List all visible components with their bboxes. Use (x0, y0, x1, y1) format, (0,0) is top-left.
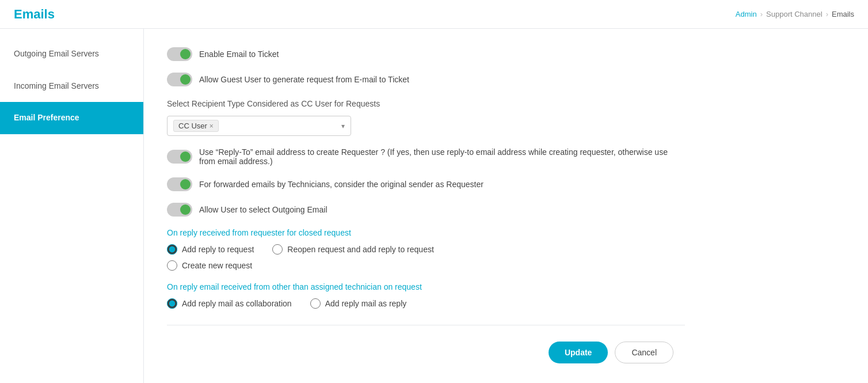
radio-reply-label[interactable]: Add reply mail as reply (325, 299, 407, 308)
actions-divider (167, 325, 685, 325)
radio-add-reply-row: Add reply to request (167, 244, 254, 255)
actions-bar: Update Cancel (167, 342, 685, 363)
radio-closed-request-label: On reply received from requester for clo… (167, 228, 685, 237)
toggle-outgoing-label: Allow User to select Outgoing Email (199, 205, 328, 214)
toggle-enable-ticket-label: Enable Email to Ticket (199, 50, 279, 59)
radio-reopen-row: Reopen request and add reply to request (272, 244, 434, 255)
radio-closed-request-section: On reply received from requester for clo… (167, 228, 685, 271)
recipient-type-label: Select Recipient Type Considered as CC U… (167, 98, 685, 110)
breadcrumb-emails: Emails (832, 10, 854, 18)
toggle-forwarded-row: For forwarded emails by Technicians, con… (167, 177, 685, 191)
sidebar-item-incoming[interactable]: Incoming Email Servers (0, 70, 143, 103)
tag-cc-user-label: CC User (178, 122, 207, 130)
radio-collab[interactable] (167, 298, 177, 309)
sidebar-item-preference[interactable]: Email Preference (0, 102, 143, 134)
toggle-outgoing[interactable] (167, 203, 192, 217)
radio-reopen[interactable] (272, 244, 283, 255)
radio-add-reply[interactable] (167, 244, 177, 255)
tag-cc-user-remove[interactable]: × (210, 122, 214, 130)
radio-create-new[interactable] (167, 260, 177, 271)
breadcrumb-support-channel: Support Channel (766, 10, 823, 18)
toggle-guest-user-label: Allow Guest User to generate request fro… (199, 75, 409, 84)
select-dropdown-arrow: ▾ (341, 122, 345, 130)
radio-collab-label[interactable]: Add reply mail as collaboration (182, 299, 292, 308)
update-button[interactable]: Update (549, 342, 608, 363)
toggle-enable-ticket-row: Enable Email to Ticket (167, 47, 685, 61)
sidebar-item-outgoing[interactable]: Outgoing Email Servers (0, 38, 143, 70)
breadcrumb-admin[interactable]: Admin (736, 10, 757, 18)
toggle-reply-to[interactable] (167, 150, 192, 164)
select-tags: CC User × (173, 120, 219, 132)
toggle-guest-user-row: Allow Guest User to generate request fro… (167, 73, 685, 86)
main-layout: Outgoing Email Servers Incoming Email Se… (0, 29, 868, 383)
recipient-type-select[interactable]: CC User × ▾ (167, 116, 351, 136)
toggle-enable-ticket[interactable] (167, 47, 192, 61)
radio-other-technician-label: On reply email received from other than … (167, 282, 685, 291)
content-area: Enable Email to Ticket Allow Guest User … (144, 29, 868, 383)
sidebar: Outgoing Email Servers Incoming Email Se… (0, 29, 144, 383)
radio-other-technician-section: On reply email received from other than … (167, 282, 685, 309)
app-header: Emails Admin › Support Channel › Emails (0, 0, 868, 29)
radio-reopen-label[interactable]: Reopen request and add reply to request (287, 245, 434, 254)
settings-section: Enable Email to Ticket Allow Guest User … (167, 47, 685, 363)
toggle-forwarded[interactable] (167, 177, 192, 191)
breadcrumb-sep-1: › (760, 10, 763, 18)
breadcrumb-sep-2: › (826, 10, 828, 18)
toggle-outgoing-row: Allow User to select Outgoing Email (167, 203, 685, 217)
toggle-guest-user[interactable] (167, 73, 192, 86)
cancel-button[interactable]: Cancel (615, 342, 673, 363)
radio-reply-row: Add reply mail as reply (310, 298, 407, 309)
toggle-reply-to-label: Use “Reply-To” email address to create R… (199, 147, 685, 166)
breadcrumb: Admin › Support Channel › Emails (736, 10, 854, 18)
toggle-forwarded-label: For forwarded emails by Technicians, con… (199, 180, 484, 189)
radio-reply[interactable] (310, 298, 321, 309)
app-title: Emails (14, 7, 55, 22)
toggle-reply-to-row: Use “Reply-To” email address to create R… (167, 147, 685, 166)
radio-collab-row: Add reply mail as collaboration (167, 298, 292, 309)
recipient-type-group: Select Recipient Type Considered as CC U… (167, 98, 685, 136)
radio-create-new-label[interactable]: Create new request (182, 261, 252, 270)
radio-add-reply-label[interactable]: Add reply to request (182, 245, 254, 254)
tag-cc-user: CC User × (173, 120, 219, 132)
radio-create-new-row: Create new request (167, 260, 685, 271)
